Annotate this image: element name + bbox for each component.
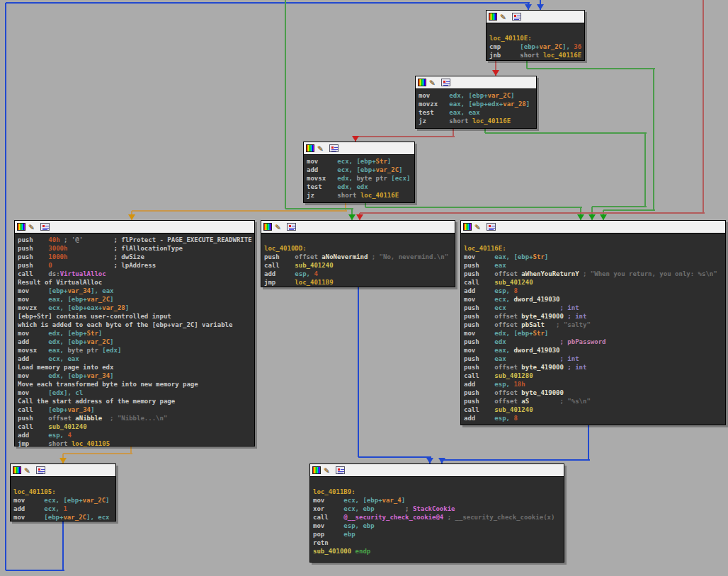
edit-icon[interactable]: ✎: [275, 223, 284, 231]
code-line[interactable]: push 0 ; lpAddress: [18, 261, 254, 270]
code-line[interactable]: [313, 479, 564, 488]
code-line[interactable]: mov [ebp+var_2C], ecx: [13, 513, 115, 522]
code-line[interactable]: add esp, 8: [464, 287, 725, 295]
edit-icon[interactable]: ✎: [429, 79, 438, 86]
code-line[interactable]: mov ecx, dword_419030: [464, 295, 725, 304]
basic-block-loc_401105[interactable]: ✎ loc_401105:mov ecx, [ebp+var_2C]add ec…: [10, 463, 116, 522]
code-line[interactable]: push offset aS ; "%s\n": [464, 397, 725, 405]
code-line[interactable]: call sub_401240: [264, 261, 455, 270]
code-line[interactable]: push 1000h ; dwSize: [18, 253, 254, 261]
code-line[interactable]: loc_40110E:: [489, 34, 584, 42]
code-line[interactable]: mov [ebp+var_34], eax: [18, 287, 254, 295]
code-line[interactable]: loc_40116E:: [464, 244, 725, 253]
code-line[interactable]: movzx eax, [ebp+edx+var_28]: [419, 100, 536, 108]
palette-icon[interactable]: [489, 13, 497, 21]
comment-icon[interactable]: [40, 223, 50, 231]
code-line[interactable]: Load memory page into edx: [18, 363, 254, 371]
code-line[interactable]: cmp [ebp+var_2C], 36: [489, 42, 584, 51]
code-line[interactable]: call @__security_check_cookie@4 ; __secu…: [313, 513, 564, 522]
code-line[interactable]: push offset pbSalt ; "salty": [464, 321, 725, 329]
code-line[interactable]: jmp loc_4011B9: [264, 278, 455, 287]
basic-block-cond-block-3[interactable]: ✎mov ecx, [ebp+Str]add ecx, [ebp+var_2C]…: [303, 142, 415, 203]
node-titlebar[interactable]: ✎: [15, 221, 254, 234]
code-line[interactable]: sub_401000 endp: [313, 547, 564, 555]
code-line[interactable]: loc_401105:: [13, 488, 115, 496]
code-line[interactable]: Call the start address of the memory pag…: [18, 397, 254, 405]
code-line[interactable]: movsx edx, byte ptr [ecx]: [307, 174, 414, 183]
code-line[interactable]: push offset byte_419000 ; int: [464, 312, 725, 321]
node-titlebar[interactable]: ✎: [304, 142, 414, 155]
code-line[interactable]: push offset aNibble ; "Nibble...\n": [18, 414, 254, 422]
code-line[interactable]: [ebp+Str] contains user-controlled input: [18, 312, 254, 321]
code-line[interactable]: call sub_401240: [464, 278, 725, 287]
code-line[interactable]: jnb short loc_40116E: [489, 51, 584, 59]
palette-icon[interactable]: [306, 144, 314, 152]
code-line[interactable]: mov eax, [ebp+Str]: [464, 253, 725, 261]
code-line[interactable]: loc_4010DD:: [264, 244, 455, 253]
edit-icon[interactable]: ✎: [324, 466, 333, 474]
code-line[interactable]: call sub_401280: [464, 371, 725, 380]
code-line[interactable]: test edx, edx: [307, 183, 414, 191]
code-line[interactable]: push eax: [464, 261, 725, 270]
code-line[interactable]: [464, 236, 725, 244]
code-line[interactable]: mov ecx, [ebp+var_2C]: [13, 496, 115, 505]
code-line[interactable]: call sub_401240: [18, 422, 254, 431]
code-line[interactable]: movsx eax, byte ptr [edx]: [18, 346, 254, 355]
code-line[interactable]: push offset aWhenYouReturnY ; "When you …: [464, 270, 725, 278]
code-line[interactable]: add edx, [ebp+var_2C]: [18, 338, 254, 346]
code-line[interactable]: add esp, 18h: [464, 380, 725, 388]
code-line[interactable]: push ecx ; int: [464, 304, 725, 312]
code-line[interactable]: push offset byte_419000: [464, 388, 725, 397]
palette-icon[interactable]: [263, 223, 272, 231]
palette-icon[interactable]: [463, 223, 472, 231]
node-titlebar[interactable]: ✎: [310, 464, 564, 477]
edit-icon[interactable]: ✎: [317, 144, 326, 152]
code-line[interactable]: call sub_401240: [464, 405, 725, 414]
code-line[interactable]: retn: [313, 538, 564, 547]
palette-icon[interactable]: [17, 223, 25, 231]
code-line[interactable]: jz short loc_40116E: [307, 191, 414, 200]
code-line[interactable]: which is added to each byte of the [ebp+…: [18, 321, 254, 329]
code-line[interactable]: jmp short loc_401105: [18, 439, 254, 448]
code-line[interactable]: add ecx, 1: [13, 505, 115, 513]
edit-icon[interactable]: ✎: [24, 466, 33, 474]
graph-canvas[interactable]: ✎ loc_40110E:cmp [ebp+var_2C], 36jnb sho…: [0, 0, 728, 576]
node-titlebar[interactable]: ✎: [11, 464, 115, 477]
code-line[interactable]: mov esp, ebp: [313, 522, 564, 530]
basic-block-loc_40116E[interactable]: ✎ loc_40116E:mov eax, [ebp+Str]push eaxp…: [460, 220, 726, 425]
palette-icon[interactable]: [13, 466, 21, 474]
basic-block-loc_40110E[interactable]: ✎ loc_40110E:cmp [ebp+var_2C], 36jnb sho…: [486, 10, 585, 61]
code-line[interactable]: jz short loc_40116E: [419, 117, 536, 125]
code-line[interactable]: push 40h ; '@' ; flProtect - PAGE_EXECUT…: [18, 236, 254, 244]
basic-block-loc_4011B9[interactable]: ✎ loc_4011B9:mov ecx, [ebp+var_4]xor ecx…: [309, 463, 564, 563]
code-line[interactable]: push offset aNoNevermind ; "No, nevermin…: [264, 253, 455, 261]
code-line[interactable]: call [ebp+var_34]: [18, 405, 254, 414]
code-line[interactable]: mov ecx, [ebp+var_4]: [313, 496, 564, 505]
basic-block-loc_4010DD[interactable]: ✎ loc_4010DD:push offset aNoNevermind ; …: [261, 220, 455, 287]
code-line[interactable]: mov ecx, [ebp+Str]: [307, 157, 414, 166]
code-line[interactable]: add esp, 4: [264, 270, 455, 278]
basic-block-virtualalloc-block[interactable]: ✎push 40h ; '@' ; flProtect - PAGE_EXECU…: [14, 220, 255, 447]
code-line[interactable]: [264, 236, 455, 244]
comment-icon[interactable]: [441, 79, 450, 86]
code-line[interactable]: mov [edx], cl: [18, 388, 254, 397]
code-line[interactable]: [489, 25, 584, 34]
code-line[interactable]: pop ebp: [313, 530, 564, 538]
node-titlebar[interactable]: ✎: [487, 11, 584, 23]
code-line[interactable]: test eax, eax: [419, 108, 536, 117]
node-titlebar[interactable]: ✎: [416, 76, 536, 89]
comment-icon[interactable]: [487, 223, 496, 231]
code-line[interactable]: mov edx, [ebp+var_2C]: [419, 91, 536, 100]
code-line[interactable]: mov edx, [ebp+var_34]: [18, 371, 254, 380]
edit-icon[interactable]: ✎: [500, 13, 509, 21]
code-line[interactable]: [13, 479, 115, 488]
code-line[interactable]: push offset byte_419000 ; int: [464, 363, 725, 371]
code-line[interactable]: call ds:VirtualAlloc: [18, 270, 254, 278]
code-line[interactable]: loc_4011B9:: [313, 488, 564, 496]
code-line[interactable]: mov eax, dword_419030: [464, 346, 725, 355]
code-line[interactable]: mov eax, [ebp+var_2C]: [18, 295, 254, 304]
code-line[interactable]: push 3000h ; flAllocationType: [18, 244, 254, 253]
comment-icon[interactable]: [329, 144, 339, 152]
code-line[interactable]: Move each transformed byte into new memo…: [18, 380, 254, 388]
code-line[interactable]: push edx ; pbPassword: [464, 338, 725, 346]
